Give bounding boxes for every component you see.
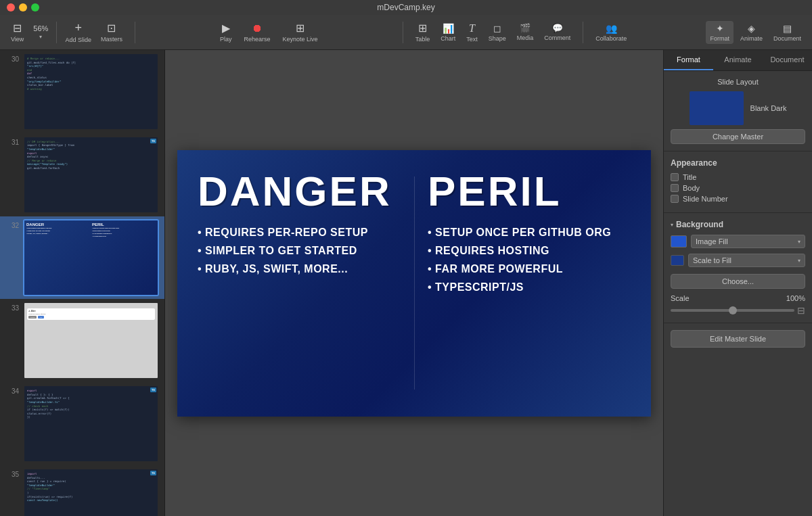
layout-preview: Blank Dark Change Master xyxy=(671,91,805,144)
minimize-button[interactable] xyxy=(19,3,27,11)
scale-slider-thumb[interactable] xyxy=(729,306,737,314)
canvas-danger-bullets: REQUIRES PER-REPO SETUP SIMPLER TO GET S… xyxy=(198,226,401,276)
thumb-peril-b4: • TYPESCRIPT/JS xyxy=(92,235,156,237)
collaborate-label: Collaborate xyxy=(595,35,627,42)
chart-icon: 📊 xyxy=(443,23,454,34)
title-checkbox[interactable] xyxy=(671,173,679,181)
bg-color-row: Image Fill ▾ xyxy=(671,235,805,248)
slide-item[interactable]: 30 # Merge or rebase... git.modified_fil… xyxy=(0,50,164,133)
slide-number-checkbox[interactable] xyxy=(671,195,679,203)
slide-thumb-31[interactable]: // DM integration... import { DangerDSLT… xyxy=(23,136,159,214)
rehearse-icon xyxy=(252,22,263,34)
keynote-live-button[interactable]: Keynote Live xyxy=(279,20,322,45)
canvas-peril-bullet-1: SETUP ONCE PER GITHUB ORG xyxy=(428,226,631,239)
tab-format[interactable]: Format xyxy=(664,50,713,70)
slide-layout-title: Slide Layout xyxy=(671,78,805,86)
animate-button[interactable]: ◈ Animate xyxy=(736,21,767,44)
appearance-body-row: Body xyxy=(671,184,805,192)
slide-thumb-35[interactable]: import defaults... const { run } = requi… xyxy=(23,468,159,516)
zoom-control[interactable]: 56% ▾ xyxy=(29,22,52,42)
body-checkbox[interactable] xyxy=(671,184,679,192)
change-master-button[interactable]: Change Master xyxy=(671,129,805,144)
background-section-header: ▾ Background xyxy=(671,220,805,229)
slide-thumb-34[interactable]: export default { }: { } git.created.forE… xyxy=(23,385,159,463)
background-triangle-icon: ▾ xyxy=(671,222,673,228)
titlebar: mDevCamp.key xyxy=(0,0,812,15)
play-button[interactable]: Play xyxy=(216,20,236,45)
slide-number-32: 32 xyxy=(5,219,19,229)
window-title: mDevCamp.key xyxy=(377,3,434,12)
main-content: 30 # Merge or rebase... git.modified_fil… xyxy=(0,50,812,516)
text-icon: T xyxy=(469,22,475,34)
layout-name: Blank Dark xyxy=(750,104,787,112)
thumb-danger-b3: • RUBY, JS, SWIFT, MORE... xyxy=(26,233,90,235)
toolbar-divider-3 xyxy=(403,22,403,43)
main-slide-canvas[interactable]: DANGER REQUIRES PER-REPO SETUP SIMPLER T… xyxy=(177,150,651,417)
slide-item[interactable]: 35 import defaults... const { run } = re… xyxy=(0,465,164,516)
comment-icon: 💬 xyxy=(552,23,563,33)
slide-number-35: 35 xyxy=(5,468,19,478)
table-button[interactable]: ⊞ Table xyxy=(411,20,434,45)
scale-stepper[interactable]: ⊟ xyxy=(797,305,805,316)
format-button[interactable]: ✦ Format xyxy=(706,21,734,44)
comment-button[interactable]: 💬 Comment xyxy=(540,21,574,43)
edit-master-button[interactable]: Edit Master Slide xyxy=(671,330,805,348)
background-section-title: Background xyxy=(676,220,723,229)
close-button[interactable] xyxy=(7,3,15,11)
background-color-swatch[interactable] xyxy=(671,235,687,248)
toolbar-right-tools: ✦ Format ◈ Animate ▤ Document xyxy=(706,21,805,44)
slide-thumb-32[interactable]: DANGER • REQUIRES PER-REPO SETUP • SIMPL… xyxy=(23,219,159,297)
layout-thumbnail xyxy=(690,91,744,125)
slide-thumb-33[interactable]: ⚠ Alert Something requires attention Can… xyxy=(23,302,159,379)
maximize-button[interactable] xyxy=(31,3,39,11)
tab-document[interactable]: Document xyxy=(763,50,812,70)
fill-color-swatch[interactable] xyxy=(671,255,684,266)
scale-fill-dropdown-arrow: ▾ xyxy=(798,258,800,264)
body-checkbox-label: Body xyxy=(683,184,700,192)
text-button[interactable]: T Text xyxy=(462,20,482,45)
scale-fill-type-dropdown[interactable]: Scale to Fill ▾ xyxy=(688,254,805,267)
add-slide-button[interactable]: Add Slide xyxy=(61,19,95,45)
document-button[interactable]: ▤ Document xyxy=(769,21,805,44)
play-label: Play xyxy=(220,36,232,43)
slide-item[interactable]: 33 ⚠ Alert Something requires attention … xyxy=(0,299,164,382)
animate-icon: ◈ xyxy=(748,23,755,34)
slide-item[interactable]: 31 // DM integration... import { DangerD… xyxy=(0,133,164,216)
shape-button[interactable]: ◻ Shape xyxy=(484,21,510,44)
slide-item-active[interactable]: 32 DANGER • REQUIRES PER-REPO SETUP • SI… xyxy=(0,216,164,300)
rehearse-button[interactable]: Rehearse xyxy=(240,20,275,45)
masters-icon xyxy=(107,22,116,34)
slide-number-31: 31 xyxy=(5,136,19,146)
media-icon: 🎬 xyxy=(520,23,531,33)
collaborate-button[interactable]: 👥 Collaborate xyxy=(591,21,631,44)
masters-button[interactable]: Masters xyxy=(97,20,127,45)
canvas-danger-bullet-1: REQUIRES PER-REPO SETUP xyxy=(198,226,401,239)
canvas-danger-bullet-2: SIMPLER TO GET STARTED xyxy=(198,244,401,257)
format-label: Format xyxy=(710,35,729,42)
view-button[interactable]: View xyxy=(7,20,28,45)
zoom-dropdown-arrow: ▾ xyxy=(39,34,42,40)
toolbar-divider-4 xyxy=(583,22,583,43)
canvas-danger-bullet-3: RUBY, JS, SWIFT, MORE... xyxy=(198,262,401,275)
media-label: Media xyxy=(517,34,534,41)
scale-slider[interactable] xyxy=(671,309,794,312)
slide-item[interactable]: 34 export default { }: { } git.created.f… xyxy=(0,382,164,465)
title-checkbox-label: Title xyxy=(683,173,696,181)
tab-animate[interactable]: Animate xyxy=(713,50,763,70)
comment-label: Comment xyxy=(544,34,570,41)
keynote-live-label: Keynote Live xyxy=(283,36,318,43)
scale-fill-type-label: Scale to Fill xyxy=(693,256,731,264)
animate-label: Animate xyxy=(740,35,763,42)
choose-button[interactable]: Choose... xyxy=(671,274,805,289)
thumb-peril-title: PERIL xyxy=(92,222,156,227)
chart-button[interactable]: 📊 Chart xyxy=(436,21,459,44)
shape-icon: ◻ xyxy=(493,23,501,34)
slide-divider xyxy=(414,177,415,390)
slide-thumb-30[interactable]: # Merge or rebase... git.modified_files.… xyxy=(23,53,159,131)
slide-panel[interactable]: 30 # Merge or rebase... git.modified_fil… xyxy=(0,50,165,516)
media-button[interactable]: 🎬 Media xyxy=(513,21,538,43)
ts-badge-35: TS xyxy=(150,471,156,475)
keynote-live-icon xyxy=(296,22,304,34)
bg-fill-type-dropdown[interactable]: Image Fill ▾ xyxy=(691,235,805,248)
scale-section: Scale 100% ⊟ xyxy=(671,294,805,316)
